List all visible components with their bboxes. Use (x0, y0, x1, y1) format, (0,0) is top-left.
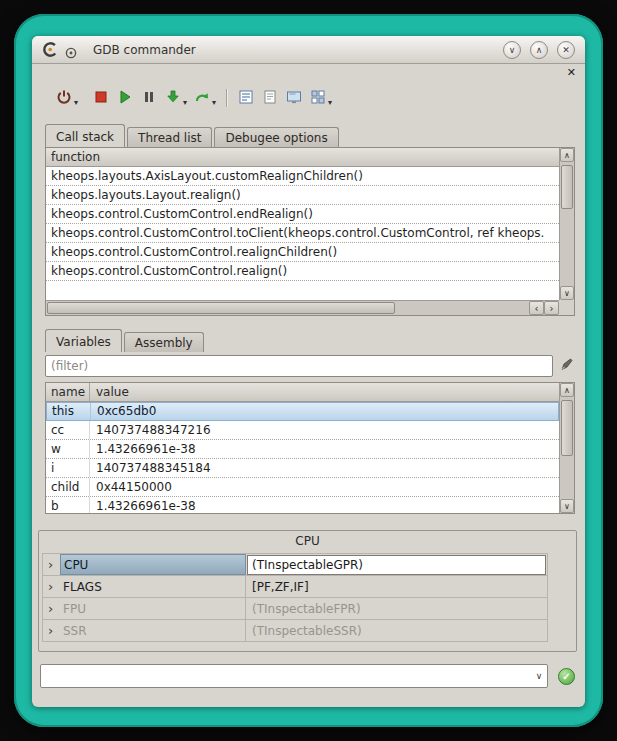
expand-icon[interactable]: › (43, 558, 60, 571)
debug-toolbar: ▾ ▾ ▾ (52, 84, 335, 112)
callstack-tabbar: Call stack Thread list Debugee options (45, 124, 341, 147)
minimize-button[interactable]: ∨ (503, 41, 521, 59)
pause-button[interactable] (137, 86, 161, 110)
step-over-dropdown-icon[interactable]: ▾ (212, 98, 216, 107)
callstack-column-header[interactable]: function (46, 148, 559, 167)
scroll-down-icon[interactable]: ∨ (560, 499, 574, 513)
variable-row[interactable]: child 0x44150000 (46, 478, 559, 497)
command-combobox[interactable]: ∨ (40, 664, 548, 688)
column-header-name[interactable]: name (46, 383, 90, 401)
frames-button[interactable] (234, 86, 258, 110)
messages-button[interactable] (258, 86, 282, 110)
vscroll-track[interactable] (560, 397, 574, 499)
step-into-button[interactable] (161, 86, 185, 110)
cpu-row[interactable]: › CPU (42, 554, 548, 576)
variable-row[interactable]: b 1.43266961e-38 (46, 497, 559, 513)
scroll-down-icon[interactable]: ∨ (560, 286, 574, 300)
command-input[interactable] (41, 665, 531, 687)
callstack-hscrollbar[interactable]: ‹ › (46, 300, 559, 315)
step-over-button[interactable] (190, 86, 214, 110)
callstack-row[interactable]: kheops.layouts.Layout.realign() (46, 186, 559, 205)
column-header-value[interactable]: value (90, 383, 559, 401)
window-title: GDB commander (93, 43, 196, 57)
filter-input[interactable] (45, 355, 553, 377)
run-button[interactable] (113, 86, 137, 110)
step-into-dropdown-icon[interactable]: ▾ (183, 98, 187, 107)
watch-icon (286, 89, 302, 108)
variables-tabbar: Variables Assembly (45, 329, 206, 352)
tab-call-stack[interactable]: Call stack (45, 124, 125, 147)
variables-filter-row (45, 354, 577, 378)
vscroll-thumb[interactable] (561, 400, 573, 456)
cpu-value-editor[interactable] (247, 555, 546, 575)
stop-button[interactable] (89, 86, 113, 110)
titlebar[interactable]: GDB commander ∨ ∧ ✕ (32, 36, 585, 64)
cpu-row[interactable]: › FLAGS [PF,ZF,IF] (42, 576, 548, 598)
messages-icon (262, 89, 278, 108)
variables-panel: name value this 0xc65db0 cc 140737488347… (45, 382, 575, 514)
power-icon (56, 89, 72, 108)
callstack-row[interactable]: kheops.control.CustomControl.endRealign(… (46, 205, 559, 224)
tab-variables[interactable]: Variables (45, 329, 122, 352)
scroll-right-icon[interactable]: › (544, 301, 559, 315)
hscroll-track[interactable] (46, 301, 529, 315)
variables-table: name value this 0xc65db0 cc 140737488347… (46, 383, 559, 513)
power-dropdown-icon[interactable]: ▾ (74, 98, 78, 107)
step-into-icon (165, 89, 181, 108)
memory-icon (310, 89, 326, 108)
cpu-groupbox: CPU › CPU › FLAGS [PF,ZF,IF] › FPU (38, 530, 577, 652)
scroll-up-icon[interactable]: ∧ (560, 383, 574, 397)
scrollbar-corner (559, 300, 574, 315)
window-menu-icon[interactable] (65, 44, 77, 56)
callstack-row[interactable]: kheops.layouts.AxisLayout.customRealignC… (46, 167, 559, 186)
cpu-inspector: › CPU › FLAGS [PF,ZF,IF] › FPU (TInspect… (42, 553, 548, 642)
filter-menu-button[interactable] (555, 355, 577, 377)
tab-assembly[interactable]: Assembly (124, 332, 204, 352)
pause-icon (141, 89, 157, 108)
hscroll-thumb[interactable] (47, 302, 395, 314)
watch-button[interactable] (282, 86, 306, 110)
callstack-row[interactable]: kheops.control.CustomControl.toClient(kh… (46, 224, 559, 243)
tab-thread-list[interactable]: Thread list (127, 127, 212, 147)
expand-icon[interactable]: › (43, 602, 60, 615)
variable-row[interactable]: cc 140737488347216 (46, 421, 559, 440)
power-button[interactable] (52, 86, 76, 110)
variables-vscrollbar[interactable]: ∧ ∨ (559, 383, 574, 513)
gdb-commander-window: GDB commander ∨ ∧ ✕ ✕ ▾ (32, 36, 585, 707)
variable-row[interactable]: this 0xc65db0 (46, 402, 559, 421)
titlebar-controls: ∨ ∧ ✕ (503, 41, 575, 59)
scroll-left-icon[interactable]: ‹ (529, 301, 544, 315)
expand-icon[interactable]: › (43, 624, 60, 637)
frames-icon (238, 89, 254, 108)
callstack-panel: function kheops.layouts.AxisLayout.custo… (45, 147, 575, 316)
combo-dropdown-icon[interactable]: ∨ (531, 671, 547, 681)
run-icon (117, 89, 133, 108)
variable-row[interactable]: w 1.43266961e-38 (46, 440, 559, 459)
dock-close-button[interactable]: ✕ (567, 67, 576, 78)
app-icon (42, 41, 59, 58)
tab-debugee-options[interactable]: Debugee options (214, 127, 338, 147)
cpu-group-title: CPU (39, 534, 576, 548)
expand-icon[interactable]: › (43, 580, 60, 593)
vscroll-track[interactable] (560, 162, 574, 286)
screenshot-frame: GDB commander ∨ ∧ ✕ ✕ ▾ (14, 14, 603, 727)
variable-row[interactable]: i 140737488345184 (46, 459, 559, 478)
callstack-vscrollbar[interactable]: ∧ ∨ (559, 148, 574, 300)
cpu-row[interactable]: › SSR (TInspectableSSR) (42, 620, 548, 642)
cpu-row[interactable]: › FPU (TInspectableFPR) (42, 598, 548, 620)
callstack-row[interactable]: kheops.control.CustomControl.realign() (46, 262, 559, 281)
send-command-button[interactable]: ✓ (558, 668, 575, 685)
callstack-row[interactable]: kheops.control.CustomControl.realignChil… (46, 243, 559, 262)
step-over-icon (194, 89, 210, 108)
maximize-button[interactable]: ∧ (530, 41, 548, 59)
vscroll-thumb[interactable] (561, 165, 573, 209)
scroll-up-icon[interactable]: ∧ (560, 148, 574, 162)
variables-header: name value (46, 383, 559, 402)
stop-icon (93, 89, 109, 108)
memory-button[interactable] (306, 86, 330, 110)
check-icon: ✓ (562, 671, 570, 682)
memory-dropdown-icon[interactable]: ▾ (328, 98, 332, 107)
toolbar-separator (226, 89, 227, 107)
close-button[interactable]: ✕ (557, 41, 575, 59)
command-row: ∨ ✓ (40, 663, 575, 689)
